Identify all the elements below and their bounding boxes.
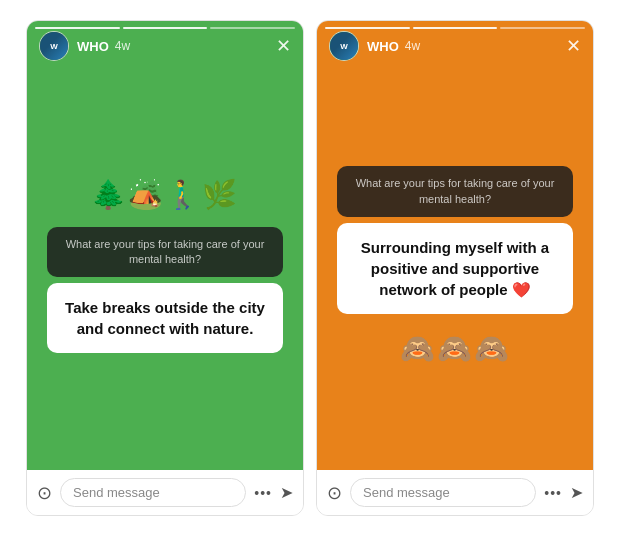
- story-footer-1: ⊙ Send message ••• ➤: [27, 470, 303, 515]
- answer-text-1: Take breaks outside the city and connect…: [63, 297, 267, 339]
- camera-icon-2[interactable]: ⊙: [327, 482, 342, 504]
- close-button-2[interactable]: ✕: [566, 37, 581, 55]
- progress-bar-area-1: [27, 21, 303, 29]
- question-text-2: What are your tips for taking care of yo…: [351, 176, 559, 207]
- username-1: WHO: [77, 39, 109, 54]
- message-input-2[interactable]: Send message: [350, 478, 536, 507]
- avatar-1: W: [39, 31, 69, 61]
- close-button-1[interactable]: ✕: [276, 37, 291, 55]
- story-card-1: W WHO 4w ✕ 🌲🏕️🚶‍♂️🌿 What are your tips f…: [26, 20, 304, 516]
- message-input-1[interactable]: Send message: [60, 478, 246, 507]
- story-body-2: W WHO 4w ✕ What are your tips for taking…: [317, 21, 593, 470]
- emojis-bottom-2: 🙈🙈🙈: [400, 332, 511, 365]
- header-info-1: WHO 4w: [77, 39, 276, 54]
- answer-card-1: Take breaks outside the city and connect…: [47, 283, 283, 353]
- send-button-1[interactable]: ➤: [280, 483, 293, 502]
- progress-seg-2: [123, 27, 208, 29]
- story-card-2: W WHO 4w ✕ What are your tips for taking…: [316, 20, 594, 516]
- answer-card-2: Surrounding myself with a positive and s…: [337, 223, 573, 314]
- timestamp-1: 4w: [115, 39, 130, 53]
- avatar-2: W: [329, 31, 359, 61]
- more-options-1[interactable]: •••: [254, 485, 272, 501]
- progress-seg-5: [413, 27, 498, 29]
- progress-seg-1: [35, 27, 120, 29]
- answer-text-2: Surrounding myself with a positive and s…: [353, 237, 557, 300]
- question-card-2: What are your tips for taking care of yo…: [337, 166, 573, 217]
- story-body-1: W WHO 4w ✕ 🌲🏕️🚶‍♂️🌿 What are your tips f…: [27, 21, 303, 470]
- avatar-who-icon-2: W: [330, 32, 358, 60]
- avatar-who-icon: W: [40, 32, 68, 60]
- story-footer-2: ⊙ Send message ••• ➤: [317, 470, 593, 515]
- send-button-2[interactable]: ➤: [570, 483, 583, 502]
- question-text-1: What are your tips for taking care of yo…: [61, 237, 269, 268]
- header-info-2: WHO 4w: [367, 39, 566, 54]
- username-2: WHO: [367, 39, 399, 54]
- question-card-1: What are your tips for taking care of yo…: [47, 227, 283, 278]
- progress-seg-3: [210, 27, 295, 29]
- emojis-top-1: 🌲🏕️🚶‍♂️🌿: [91, 178, 239, 211]
- more-options-2[interactable]: •••: [544, 485, 562, 501]
- camera-icon-1[interactable]: ⊙: [37, 482, 52, 504]
- progress-bar-area-2: [317, 21, 593, 29]
- progress-seg-6: [500, 27, 585, 29]
- timestamp-2: 4w: [405, 39, 420, 53]
- progress-seg-4: [325, 27, 410, 29]
